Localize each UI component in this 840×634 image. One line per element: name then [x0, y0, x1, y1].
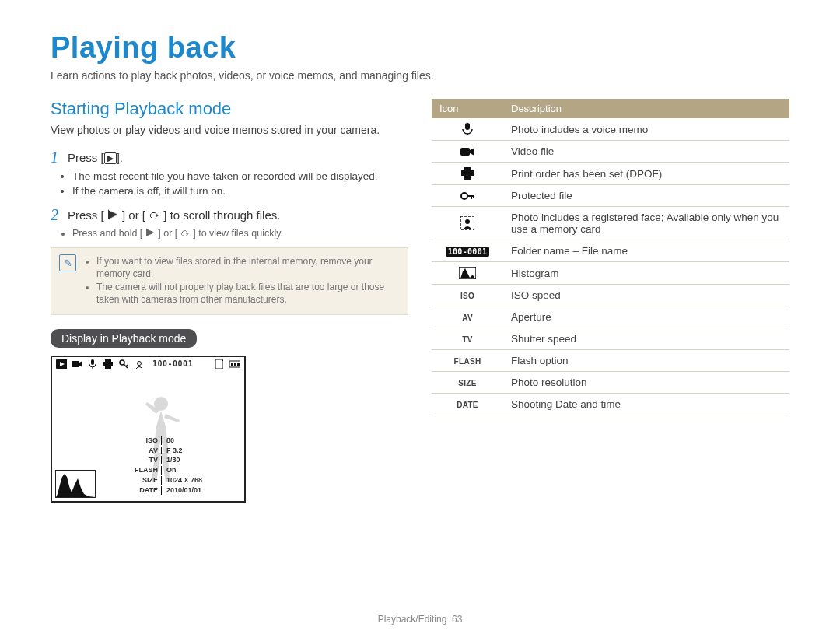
tv-label: TV: [432, 328, 503, 350]
info-key: TV: [131, 456, 162, 464]
svg-rect-6: [105, 359, 111, 362]
table-desc: Folder name – File name: [503, 240, 789, 262]
table-desc: Protected file: [503, 185, 789, 207]
footer-section: Playback/Editing: [378, 614, 447, 625]
list-item: The most recent file you have taken or r…: [72, 170, 408, 184]
table-row: Video file: [432, 141, 789, 163]
svg-rect-8: [105, 366, 111, 369]
table-desc: Shutter speed: [503, 328, 789, 350]
step-2-bullets: Press and hold [ ⯈ ] or [ ⟳ ] to view fi…: [51, 227, 408, 240]
camera-screen: 100-0001: [51, 356, 246, 503]
table-desc: Aperture: [503, 306, 789, 328]
section-desc: View photos or play videos and voice mem…: [51, 123, 408, 138]
playback-icon: [56, 359, 67, 369]
svg-point-12: [138, 361, 142, 365]
info-val: On: [163, 466, 205, 475]
printer-icon: [432, 163, 503, 185]
table-row: Photo includes a voice memo: [432, 118, 789, 141]
screen-info-table: ISO80 AVF 3.2 TV1/30 FLASHOn SIZE1024 X …: [130, 435, 207, 496]
note-box: ✎ If you want to view files stored in th…: [51, 247, 408, 314]
playback-button-icon: ▶: [104, 152, 117, 164]
page-title: Playing back: [51, 31, 789, 65]
step-1-bullets: The most recent file you have taken or r…: [51, 170, 408, 198]
info-val: 1/30: [163, 456, 205, 464]
svg-point-29: [461, 193, 467, 199]
battery-icon: [229, 360, 240, 368]
table-desc: Flash option: [503, 350, 789, 372]
icon-description-table: Icon Description Photo includes a voice …: [432, 99, 789, 415]
key-icon: [118, 359, 129, 369]
svg-rect-17: [234, 363, 236, 366]
footer: Playback/Editing 63: [0, 614, 840, 625]
video-icon: [432, 141, 503, 163]
histogram-box: [55, 470, 96, 498]
table-desc: Photo resolution: [503, 372, 789, 394]
info-key: FLASH: [131, 466, 162, 475]
video-icon: [72, 359, 82, 369]
folder-file: 100-0001: [432, 240, 503, 262]
mic-icon: [432, 118, 503, 141]
svg-rect-4: [91, 359, 94, 365]
date-label: DATE: [432, 394, 503, 415]
info-val: 2010/01/01: [163, 486, 205, 495]
flash-label: FLASH: [432, 350, 503, 372]
iso-label: ISO: [432, 285, 503, 306]
table-head-desc: Description: [503, 99, 789, 118]
face-icon: [432, 207, 503, 240]
table-desc: Shooting Date and time: [503, 394, 789, 415]
printer-icon: [103, 359, 114, 369]
table-desc: Print order has been set (DPOF): [503, 163, 789, 185]
svg-rect-28: [464, 176, 471, 180]
folder-file-label: 100-0001: [152, 359, 193, 368]
svg-marker-36: [460, 268, 474, 278]
svg-marker-3: [79, 361, 82, 367]
svg-point-34: [465, 219, 470, 224]
page-subtitle: Learn actions to play back photos, video…: [51, 69, 789, 82]
step-1-text: Press [▶].: [68, 149, 123, 166]
table-desc: Video file: [503, 141, 789, 163]
av-label: AV: [432, 306, 503, 328]
section-heading: Starting Playback mode: [51, 99, 408, 119]
table-row: Histogram: [432, 262, 789, 285]
info-key: SIZE: [131, 476, 162, 485]
info-key: DATE: [131, 486, 162, 495]
info-val: F 3.2: [163, 447, 205, 455]
table-row: Print order has been set (DPOF): [432, 163, 789, 185]
table-row: AV Aperture: [432, 306, 789, 328]
svg-line-11: [126, 365, 128, 366]
histogram-icon: [432, 262, 503, 285]
footer-page: 63: [452, 614, 462, 625]
card-icon: [214, 359, 225, 369]
svg-rect-26: [464, 167, 471, 170]
table-row: TV Shutter speed: [432, 328, 789, 350]
info-key: ISO: [131, 436, 162, 445]
table-row: Protected file: [432, 185, 789, 207]
face-icon: [134, 359, 145, 369]
svg-rect-22: [465, 123, 470, 130]
info-val: 80: [163, 436, 205, 445]
key-icon: [432, 185, 503, 207]
info-key: AV: [131, 447, 162, 455]
svg-marker-25: [470, 148, 474, 156]
table-head-icon: Icon: [432, 99, 503, 118]
note-icon: ✎: [59, 254, 76, 271]
step-2: 2 Press [ ⯈ ] or [ ⟳ ] to scroll through…: [51, 206, 408, 224]
svg-rect-27: [461, 170, 474, 176]
mic-icon: [87, 359, 98, 369]
table-desc: Photo includes a registered face; Availa…: [503, 207, 789, 240]
svg-rect-7: [103, 362, 113, 366]
note-item: The camera will not properly play back f…: [96, 282, 398, 306]
table-desc: Histogram: [503, 262, 789, 285]
step-2-text: Press [ ⯈ ] or [ ⟳ ] to scroll through f…: [68, 206, 280, 224]
table-row: ISO ISO speed: [432, 285, 789, 306]
svg-marker-21: [56, 474, 95, 497]
table-desc: Photo includes a voice memo: [503, 118, 789, 141]
svg-rect-13: [215, 359, 223, 369]
svg-rect-16: [231, 363, 233, 366]
table-row: Photo includes a registered face; Availa…: [432, 207, 789, 240]
table-row: FLASH Flash option: [432, 350, 789, 372]
table-desc: ISO speed: [503, 285, 789, 306]
size-label: SIZE: [432, 372, 503, 394]
table-row: SIZE Photo resolution: [432, 372, 789, 394]
list-item: Press and hold [ ⯈ ] or [ ⟳ ] to view fi…: [72, 227, 408, 240]
